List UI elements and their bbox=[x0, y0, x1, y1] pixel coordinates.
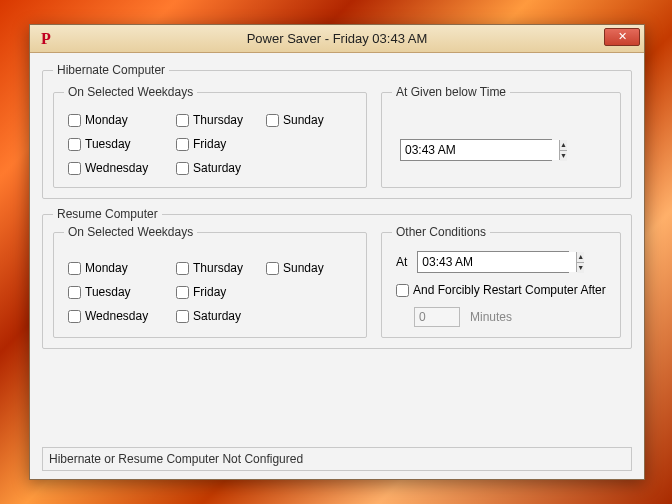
hibernate-time-spinner[interactable]: ▲ ▼ bbox=[559, 140, 567, 160]
forcibly-restart[interactable]: And Forcibly Restart Computer After bbox=[396, 283, 606, 297]
spinner-down-icon[interactable]: ▼ bbox=[560, 151, 567, 161]
hib-sunday-label: Sunday bbox=[283, 113, 324, 127]
hib-wednesday-checkbox[interactable] bbox=[68, 162, 81, 175]
status-text: Hibernate or Resume Computer Not Configu… bbox=[49, 452, 303, 466]
resume-at-label: At bbox=[396, 255, 407, 269]
resume-group: Resume Computer On Selected Weekdays Mon… bbox=[42, 207, 632, 349]
hibernate-weekdays-group: On Selected Weekdays Monday Thursday Sun… bbox=[53, 85, 367, 188]
hib-saturday-label: Saturday bbox=[193, 161, 241, 175]
hibernate-time-group: At Given below Time ▲ ▼ bbox=[381, 85, 621, 188]
res-saturday[interactable]: Saturday bbox=[176, 309, 266, 323]
spinner-up-icon[interactable]: ▲ bbox=[560, 140, 567, 151]
hib-sunday[interactable]: Sunday bbox=[266, 113, 356, 127]
close-button[interactable]: ✕ bbox=[604, 28, 640, 46]
res-tuesday-label: Tuesday bbox=[85, 285, 131, 299]
hib-thursday-label: Thursday bbox=[193, 113, 243, 127]
res-friday-checkbox[interactable] bbox=[176, 286, 189, 299]
hibernate-group: Hibernate Computer On Selected Weekdays … bbox=[42, 63, 632, 199]
hib-saturday-checkbox[interactable] bbox=[176, 162, 189, 175]
res-thursday-checkbox[interactable] bbox=[176, 262, 189, 275]
resume-weekdays-group: On Selected Weekdays Monday Thursday Sun… bbox=[53, 225, 367, 338]
res-thursday[interactable]: Thursday bbox=[176, 261, 266, 275]
resume-time-input[interactable] bbox=[418, 252, 576, 272]
res-monday[interactable]: Monday bbox=[68, 261, 176, 275]
res-wednesday[interactable]: Wednesday bbox=[68, 309, 176, 323]
resume-time-spinner[interactable]: ▲ ▼ bbox=[576, 252, 584, 272]
res-monday-checkbox[interactable] bbox=[68, 262, 81, 275]
res-sunday[interactable]: Sunday bbox=[266, 261, 356, 275]
hib-tuesday-label: Tuesday bbox=[85, 137, 131, 151]
res-tuesday-checkbox[interactable] bbox=[68, 286, 81, 299]
spinner-up-icon[interactable]: ▲ bbox=[577, 252, 584, 263]
hibernate-time-legend: At Given below Time bbox=[392, 85, 510, 99]
res-tuesday[interactable]: Tuesday bbox=[68, 285, 176, 299]
hib-thursday-checkbox[interactable] bbox=[176, 114, 189, 127]
hib-wednesday-label: Wednesday bbox=[85, 161, 148, 175]
res-saturday-label: Saturday bbox=[193, 309, 241, 323]
app-window: P Power Saver - Friday 03:43 AM ✕ Hibern… bbox=[29, 24, 645, 480]
resume-time-input-wrap[interactable]: ▲ ▼ bbox=[417, 251, 569, 273]
res-wednesday-label: Wednesday bbox=[85, 309, 148, 323]
hib-saturday[interactable]: Saturday bbox=[176, 161, 266, 175]
hibernate-time-input[interactable] bbox=[401, 140, 559, 160]
hib-sunday-checkbox[interactable] bbox=[266, 114, 279, 127]
resume-other-group: Other Conditions At ▲ ▼ bbox=[381, 225, 621, 338]
hib-monday[interactable]: Monday bbox=[68, 113, 176, 127]
hib-thursday[interactable]: Thursday bbox=[176, 113, 266, 127]
app-icon: P bbox=[36, 29, 56, 49]
spinner-down-icon[interactable]: ▼ bbox=[577, 263, 584, 273]
hib-monday-label: Monday bbox=[85, 113, 128, 127]
hibernate-legend: Hibernate Computer bbox=[53, 63, 169, 77]
minutes-input bbox=[414, 307, 460, 327]
res-saturday-checkbox[interactable] bbox=[176, 310, 189, 323]
res-thursday-label: Thursday bbox=[193, 261, 243, 275]
window-title: Power Saver - Friday 03:43 AM bbox=[30, 31, 644, 46]
hibernate-weekdays-legend: On Selected Weekdays bbox=[64, 85, 197, 99]
res-friday[interactable]: Friday bbox=[176, 285, 266, 299]
hibernate-time-input-wrap[interactable]: ▲ ▼ bbox=[400, 139, 552, 161]
status-bar: Hibernate or Resume Computer Not Configu… bbox=[42, 447, 632, 471]
resume-legend: Resume Computer bbox=[53, 207, 162, 221]
res-sunday-checkbox[interactable] bbox=[266, 262, 279, 275]
res-sunday-label: Sunday bbox=[283, 261, 324, 275]
forcibly-restart-checkbox[interactable] bbox=[396, 284, 409, 297]
resume-other-legend: Other Conditions bbox=[392, 225, 490, 239]
hib-friday-label: Friday bbox=[193, 137, 226, 151]
resume-weekdays-legend: On Selected Weekdays bbox=[64, 225, 197, 239]
hib-friday[interactable]: Friday bbox=[176, 137, 266, 151]
minutes-label: Minutes bbox=[470, 310, 512, 324]
hib-friday-checkbox[interactable] bbox=[176, 138, 189, 151]
res-wednesday-checkbox[interactable] bbox=[68, 310, 81, 323]
titlebar: P Power Saver - Friday 03:43 AM ✕ bbox=[30, 25, 644, 53]
hib-wednesday[interactable]: Wednesday bbox=[68, 161, 176, 175]
close-icon: ✕ bbox=[618, 30, 627, 42]
forcibly-restart-label: And Forcibly Restart Computer After bbox=[413, 283, 606, 297]
hib-tuesday-checkbox[interactable] bbox=[68, 138, 81, 151]
hib-monday-checkbox[interactable] bbox=[68, 114, 81, 127]
res-monday-label: Monday bbox=[85, 261, 128, 275]
client-area: Hibernate Computer On Selected Weekdays … bbox=[30, 53, 644, 479]
hib-tuesday[interactable]: Tuesday bbox=[68, 137, 176, 151]
res-friday-label: Friday bbox=[193, 285, 226, 299]
